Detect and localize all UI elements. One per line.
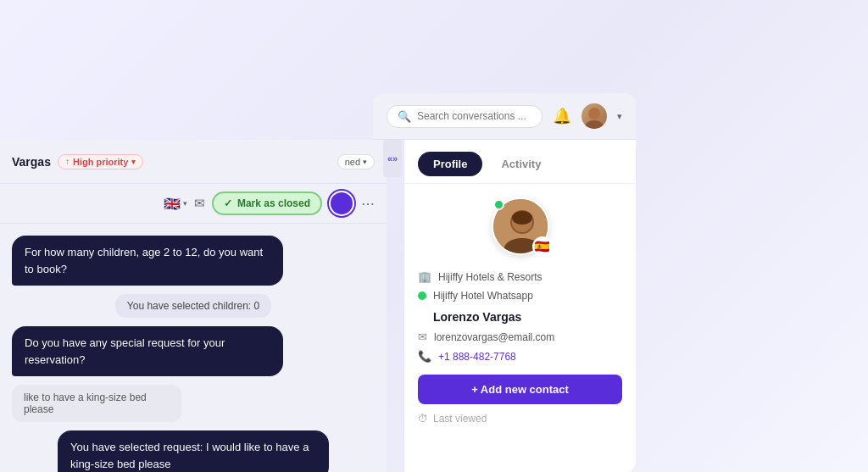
expand-arrows[interactable]: «» xyxy=(383,140,402,177)
message-row: For how many children, age 2 to 12, do y… xyxy=(12,236,375,286)
message-row: You have selected request: I would like … xyxy=(12,430,375,472)
mark-closed-button[interactable]: ✓ Mark as closed xyxy=(212,192,322,215)
chat-panel: Vargas ↑ High priority ▾ ned ▾ 🇬🇧 ▾ ✉ ✓ … xyxy=(0,140,387,472)
search-bar[interactable]: 🔍 xyxy=(387,105,542,128)
last-viewed-row: ⏱ Last viewed xyxy=(418,404,622,433)
chat-header-left: Vargas ↑ High priority ▾ xyxy=(12,154,143,169)
email-value: lorenzovargas@email.com xyxy=(434,331,554,343)
wa-dot-icon xyxy=(418,292,426,300)
email-icon[interactable]: ✉ xyxy=(194,196,205,211)
mark-closed-label: Mark as closed xyxy=(237,197,310,209)
phone-link[interactable]: +1 888-482-7768 xyxy=(438,351,516,363)
chat-header-right: ned ▾ xyxy=(337,154,375,169)
check-icon: ✓ xyxy=(224,197,232,209)
top-bar: 🔍 🔔 ▾ xyxy=(373,93,636,140)
chevron-priority-icon: ▾ xyxy=(131,158,136,166)
tab-profile[interactable]: Profile xyxy=(418,152,482,176)
search-input[interactable] xyxy=(417,110,531,122)
profile-tabs: Profile Activity xyxy=(404,140,636,184)
assigned-dropdown[interactable]: ned ▾ xyxy=(337,154,375,169)
more-dots-icon[interactable]: ⋯ xyxy=(361,196,375,212)
profile-panel: Profile Activity 🇪🇸 xyxy=(403,140,636,472)
assigned-label: ned xyxy=(345,157,360,167)
svg-point-1 xyxy=(585,120,604,129)
contact-name: Vargas xyxy=(12,155,51,169)
avatar-wrapper: 🇪🇸 xyxy=(492,197,549,255)
online-dot xyxy=(493,199,504,210)
chat-header: Vargas ↑ High priority ▾ ned ▾ xyxy=(0,140,387,184)
avatar-image xyxy=(581,103,607,129)
agent-avatar-circle[interactable] xyxy=(329,191,354,216)
svg-point-0 xyxy=(588,108,600,119)
chat-messages: For how many children, age 2 to 12, do y… xyxy=(0,224,387,472)
priority-label: High priority xyxy=(73,157,128,167)
message-bubble-center: You have selected request: I would like … xyxy=(58,430,329,472)
email-info-icon: ✉ xyxy=(418,330,427,343)
search-icon: 🔍 xyxy=(398,110,411,123)
profile-content: 🇪🇸 🏢 Hijiffy Hotels & Resorts Hijiffy Ho… xyxy=(404,184,636,472)
message-row: Do you have any special request for your… xyxy=(12,326,375,376)
chevron-flag-icon: ▾ xyxy=(183,199,187,208)
company-name: Hijiffy Hotels & Resorts xyxy=(438,271,542,283)
clock-icon: ⏱ xyxy=(418,413,428,425)
contact-full-name: Lorenzo Vargas xyxy=(418,305,622,327)
flag-emoji: 🇪🇸 xyxy=(534,239,550,254)
info-row-company: 🏢 Hijiffy Hotels & Resorts xyxy=(418,267,622,286)
message-row: like to have a king-size bed please xyxy=(12,385,375,422)
chevron-down-icon[interactable]: ▾ xyxy=(617,111,622,122)
add-contact-button[interactable]: + Add new contact xyxy=(418,375,622,404)
message-bubble: Do you have any special request for your… xyxy=(12,326,283,376)
info-row-phone: 📞 +1 888-482-7768 xyxy=(418,347,622,366)
message-bubble: For how many children, age 2 to 12, do y… xyxy=(12,236,283,286)
tab-activity[interactable]: Activity xyxy=(486,152,556,176)
phone-icon: 📞 xyxy=(418,350,431,363)
profile-avatar-section: 🇪🇸 xyxy=(418,197,622,255)
profile-info: 🏢 Hijiffy Hotels & Resorts Hijiffy Hotel… xyxy=(418,267,622,433)
message-row: You have selected children: 0 xyxy=(12,294,375,318)
svg-point-6 xyxy=(512,211,532,225)
building-icon: 🏢 xyxy=(418,270,431,283)
avatar-top[interactable] xyxy=(581,103,607,129)
arrow-up-icon: ↑ xyxy=(65,157,70,166)
bell-icon[interactable]: 🔔 xyxy=(553,107,571,125)
chevron-assigned-icon: ▾ xyxy=(363,158,367,166)
message-bubble-faded: like to have a king-size bed please xyxy=(12,385,181,422)
priority-badge[interactable]: ↑ High priority ▾ xyxy=(58,154,143,169)
info-row-email: ✉ lorenzovargas@email.com xyxy=(418,327,622,347)
channel-name: Hijiffy Hotel Whatsapp xyxy=(433,290,533,302)
info-row-channel: Hijiffy Hotel Whatsapp xyxy=(418,286,622,305)
message-bubble-center: You have selected children: 0 xyxy=(115,294,271,318)
last-viewed-label: Last viewed xyxy=(433,413,487,425)
flag-button[interactable]: 🇬🇧 ▾ xyxy=(164,196,187,212)
flag-badge: 🇪🇸 xyxy=(532,236,553,257)
chat-actions-bar: 🇬🇧 ▾ ✉ ✓ Mark as closed ⋯ xyxy=(0,184,387,224)
